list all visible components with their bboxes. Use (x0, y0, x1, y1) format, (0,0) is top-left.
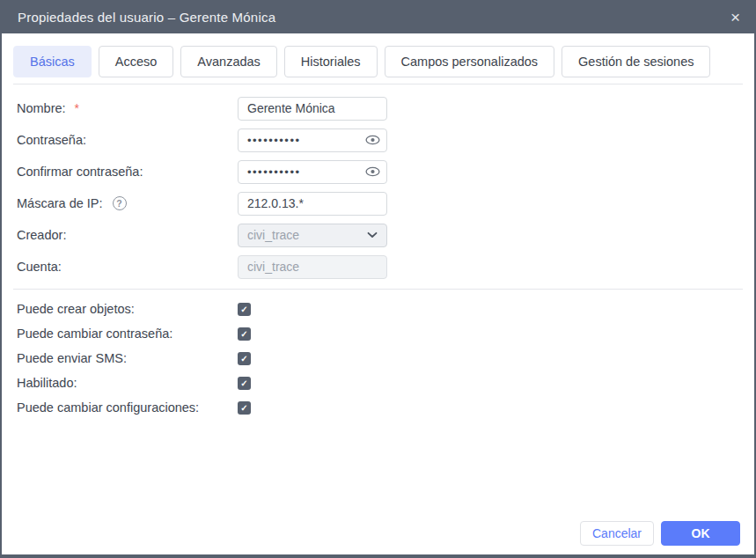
mascara-ip-input[interactable] (238, 192, 387, 216)
mascara-ip-label: Máscara de IP: ? (17, 196, 238, 210)
permissions-section: Puede crear objetos: ✓ Puede cambiar con… (2, 290, 754, 420)
dialog-titlebar: Propiedades del usuario – Gerente Mónica… (0, 0, 756, 33)
basic-form: Nombre: * Contraseña: Confirmar contras (2, 84, 754, 283)
cuenta-label: Cuenta: (17, 260, 238, 274)
chevron-down-icon (367, 231, 378, 239)
tab-basicas[interactable]: Básicas (13, 46, 92, 77)
field-row-cuenta: Cuenta: (17, 251, 739, 283)
puede-crear-objetos-label: Puede crear objetos: (17, 302, 238, 316)
dialog-title: Propiedades del usuario – Gerente Mónica (18, 10, 730, 25)
checkbox-row-puede-cambiar-contrasena: Puede cambiar contraseña: ✓ (17, 321, 739, 346)
creador-select[interactable]: civi_trace (238, 224, 387, 247)
puede-enviar-sms-checkbox[interactable]: ✓ (238, 352, 251, 365)
field-row-creador: Creador: civi_trace (17, 219, 739, 251)
puede-cambiar-contrasena-label: Puede cambiar contraseña: (17, 327, 238, 341)
tab-gestion-de-sesiones[interactable]: Gestión de sesiones (561, 46, 710, 77)
cancel-button[interactable]: Cancelar (580, 521, 654, 546)
eye-icon[interactable] (364, 132, 380, 148)
creador-label: Creador: (17, 228, 238, 242)
habilitado-checkbox[interactable]: ✓ (238, 377, 251, 390)
checkbox-row-puede-cambiar-configuraciones: Puede cambiar configuraciones: ✓ (17, 395, 739, 420)
tab-avanzadas[interactable]: Avanzadas (180, 46, 276, 77)
tab-acceso[interactable]: Acceso (99, 46, 174, 77)
nombre-label: Nombre: * (17, 101, 238, 115)
puede-enviar-sms-label: Puede enviar SMS: (17, 351, 238, 365)
field-row-contrasena: Contraseña: (17, 124, 739, 156)
creador-selected-value: civi_trace (247, 228, 367, 242)
checkbox-row-habilitado: Habilitado: ✓ (17, 371, 739, 395)
puede-crear-objetos-checkbox[interactable]: ✓ (238, 303, 251, 316)
close-icon[interactable]: × (730, 9, 740, 26)
tab-historiales[interactable]: Historiales (284, 46, 378, 77)
habilitado-label: Habilitado: (17, 376, 238, 390)
help-icon[interactable]: ? (113, 196, 127, 210)
puede-cambiar-contrasena-checkbox[interactable]: ✓ (238, 327, 251, 341)
field-row-nombre: Nombre: * (17, 92, 739, 124)
ok-button[interactable]: OK (661, 521, 740, 546)
checkbox-row-puede-enviar-sms: Puede enviar SMS: ✓ (17, 346, 739, 371)
required-asterisk: * (75, 101, 79, 115)
tab-bar: Básicas Acceso Avanzadas Historiales Cam… (13, 46, 743, 77)
field-row-confirmar-contrasena: Confirmar contraseña: (17, 156, 739, 187)
field-row-mascara-ip: Máscara de IP: ? (17, 187, 739, 219)
dialog-footer: Cancelar OK (580, 521, 740, 546)
puede-cambiar-configuraciones-checkbox[interactable]: ✓ (238, 401, 251, 415)
eye-icon[interactable] (364, 164, 380, 180)
nombre-input[interactable] (238, 97, 387, 121)
contrasena-label: Contraseña: (17, 133, 238, 147)
puede-cambiar-configuraciones-label: Puede cambiar configuraciones: (17, 400, 238, 415)
cuenta-input (238, 255, 387, 279)
user-properties-dialog: Propiedades del usuario – Gerente Mónica… (0, 0, 756, 558)
checkbox-row-puede-crear-objetos: Puede crear objetos: ✓ (17, 297, 739, 321)
tab-campos-personalizados[interactable]: Campos personalizados (385, 46, 555, 77)
confirmar-contrasena-label: Confirmar contraseña: (17, 165, 238, 179)
